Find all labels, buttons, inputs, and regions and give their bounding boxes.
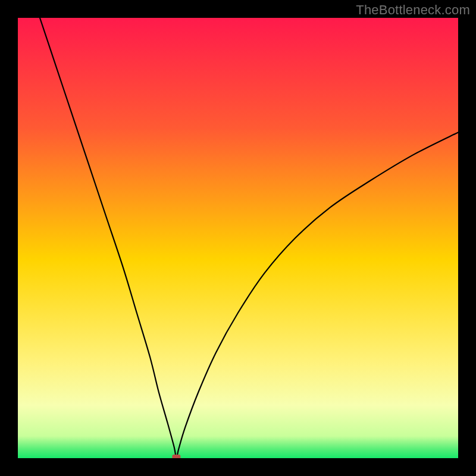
chart-frame: TheBottleneck.com xyxy=(0,0,476,476)
plot-area xyxy=(18,18,458,458)
bottleneck-curve xyxy=(40,18,458,458)
watermark-text: TheBottleneck.com xyxy=(356,2,470,18)
chart-svg xyxy=(18,18,458,458)
minimum-marker xyxy=(172,455,180,458)
